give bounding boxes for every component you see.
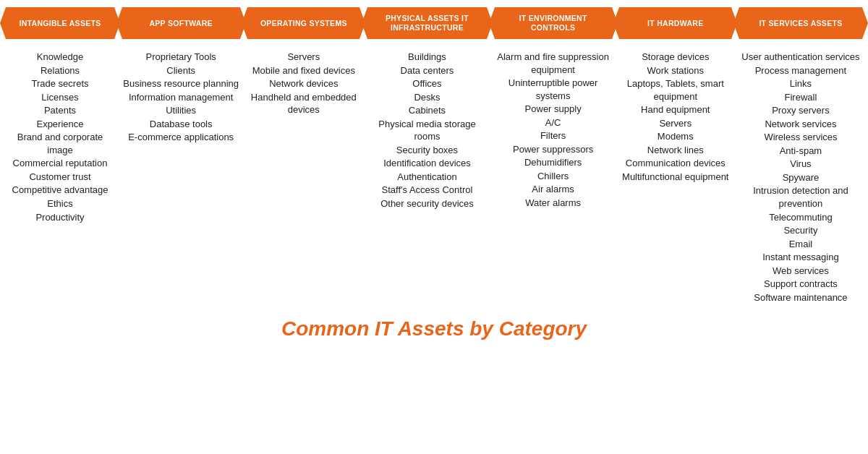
header-label-operating-systems: OPERATING SYSTEMS: [260, 19, 347, 28]
column-it-services-assets: IT SERVICES ASSETSUser authentication se…: [739, 7, 862, 304]
list-item: Support contracts: [739, 278, 862, 291]
list-item: Identification devices: [367, 157, 487, 170]
list-item: Wireless services: [739, 131, 862, 144]
header-label-physical-assets-it: PHYSICAL ASSETS IT INFRASTRUCTURE: [372, 14, 482, 32]
header-label-it-hardware: IT HARDWARE: [647, 19, 703, 28]
list-item: Servers: [619, 117, 731, 130]
list-item: Uninterruptible power systems: [495, 77, 612, 102]
list-item: Data centers: [367, 64, 487, 77]
list-item: Intrusion detection and prevention: [739, 184, 862, 210]
list-item: E-commerce applications: [122, 131, 240, 144]
column-operating-systems: OPERATING SYSTEMSServersMobile and fixed…: [247, 7, 359, 117]
columns-layout: INTANGIBLE ASSETSKnowledgeRelationsTrade…: [6, 7, 862, 304]
list-item: Knowledge: [6, 51, 114, 64]
items-list-operating-systems: ServersMobile and fixed devicesNetwork d…: [247, 51, 359, 117]
list-item: Proprietary Tools: [122, 51, 240, 64]
list-item: Database tools: [122, 118, 240, 131]
header-it-environment-controls: IT ENVIRONMENT CONTROLS: [495, 7, 612, 39]
list-item: Proxy servers: [739, 104, 862, 117]
list-item: Software maintenance: [739, 291, 862, 304]
list-item: Links: [739, 77, 862, 90]
list-item: Communication devices: [619, 157, 731, 170]
list-item: Experience: [6, 118, 114, 131]
column-it-environment-controls: IT ENVIRONMENT CONTROLSAlarm and fire su…: [495, 7, 612, 210]
list-item: Network devices: [247, 77, 359, 90]
list-item: Authentication: [367, 171, 487, 184]
list-item: Air alarms: [495, 183, 612, 196]
header-label-it-services-assets: IT SERVICES ASSETS: [759, 19, 842, 28]
list-item: Chillers: [495, 170, 612, 183]
list-item: Competitive advantage: [6, 184, 114, 197]
list-item: Water alarms: [495, 197, 612, 210]
list-item: Instant messaging: [739, 251, 862, 264]
list-item: Laptops, Tablets, smart equipment: [619, 77, 731, 103]
list-item: Staff's Access Control: [367, 184, 487, 197]
list-item: Firewall: [739, 91, 862, 104]
list-item: Licenses: [6, 91, 114, 104]
list-item: Dehumidifiers: [495, 156, 612, 169]
list-item: Business resource planning: [122, 77, 240, 90]
list-item: Servers: [247, 51, 359, 64]
list-item: Other security devices: [367, 197, 487, 210]
page-title: Common IT Assets by Category: [6, 317, 862, 340]
list-item: Offices: [367, 77, 487, 90]
list-item: Email: [739, 238, 862, 251]
list-item: Network services: [739, 118, 862, 131]
list-item: Information management: [122, 91, 240, 104]
header-it-services-assets: IT SERVICES ASSETS: [739, 7, 862, 39]
list-item: Modems: [619, 130, 731, 143]
list-item: A/C: [495, 116, 612, 129]
list-item: Handheld and embedded devices: [247, 91, 359, 116]
items-list-it-hardware: Storage devicesWork stationsLaptops, Tab…: [619, 51, 731, 184]
column-intangible-assets: INTANGIBLE ASSETSKnowledgeRelationsTrade…: [6, 7, 114, 224]
items-list-app-software: Proprietary ToolsClientsBusiness resourc…: [122, 51, 240, 145]
list-item: Work stations: [619, 64, 731, 77]
list-item: Filters: [495, 129, 612, 142]
header-intangible-assets: INTANGIBLE ASSETS: [6, 7, 114, 39]
list-item: Commercial reputation: [6, 157, 114, 170]
list-item: Power suppressors: [495, 143, 612, 156]
list-item: Telecommuting: [739, 211, 862, 224]
list-item: Physical media storage rooms: [367, 118, 487, 143]
list-item: Spyware: [739, 171, 862, 184]
list-item: Brand and corporate image: [6, 131, 114, 156]
header-label-it-environment-controls: IT ENVIRONMENT CONTROLS: [499, 14, 608, 32]
list-item: Storage devices: [619, 51, 731, 64]
column-it-hardware: IT HARDWAREStorage devicesWork stationsL…: [619, 7, 731, 184]
page-container: INTANGIBLE ASSETSKnowledgeRelationsTrade…: [0, 0, 868, 352]
list-item: Anti-spam: [739, 145, 862, 158]
list-item: Cabinets: [367, 104, 487, 117]
list-item: Network lines: [619, 144, 731, 157]
list-item: Virus: [739, 158, 862, 171]
list-item: Security boxes: [367, 144, 487, 157]
items-list-intangible-assets: KnowledgeRelationsTrade secretsLicensesP…: [6, 51, 114, 224]
list-item: User authentication services: [739, 51, 862, 64]
column-app-software: APP SOFTWAREProprietary ToolsClientsBusi…: [122, 7, 240, 145]
list-item: Hand equipment: [619, 103, 731, 116]
list-item: Mobile and fixed devices: [247, 64, 359, 77]
list-item: Relations: [6, 64, 114, 77]
list-item: Ethics: [6, 197, 114, 210]
list-item: Buildings: [367, 51, 487, 64]
list-item: Trade secrets: [6, 77, 114, 90]
list-item: Web services: [739, 265, 862, 278]
list-item: Power supply: [495, 103, 612, 116]
items-list-it-environment-controls: Alarm and fire suppression equipmentUnin…: [495, 51, 612, 210]
list-item: Customer trust: [6, 171, 114, 184]
list-item: Patents: [6, 104, 114, 117]
list-item: Security: [739, 224, 862, 237]
list-item: Desks: [367, 91, 487, 104]
header-it-hardware: IT HARDWARE: [619, 7, 731, 39]
list-item: Utilities: [122, 104, 240, 117]
column-physical-assets-it: PHYSICAL ASSETS IT INFRASTRUCTUREBuildin…: [367, 7, 487, 211]
list-item: Clients: [122, 64, 240, 77]
header-physical-assets-it: PHYSICAL ASSETS IT INFRASTRUCTURE: [367, 7, 487, 39]
list-item: Process management: [739, 64, 862, 77]
list-item: Alarm and fire suppression equipment: [495, 51, 612, 76]
header-operating-systems: OPERATING SYSTEMS: [247, 7, 359, 39]
header-label-app-software: APP SOFTWARE: [149, 19, 212, 28]
header-app-software: APP SOFTWARE: [122, 7, 240, 39]
items-list-it-services-assets: User authentication servicesProcess mana…: [739, 51, 862, 304]
header-label-intangible-assets: INTANGIBLE ASSETS: [19, 19, 101, 28]
list-item: Multifunctional equipment: [619, 171, 731, 184]
